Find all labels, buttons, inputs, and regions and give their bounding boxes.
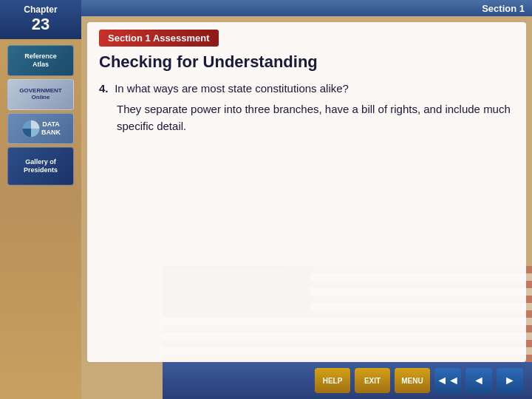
menu-button[interactable]: MENU — [395, 368, 430, 393]
sidebar-item-gallery-presidents[interactable]: Gallery of Presidents — [7, 147, 74, 185]
chapter-label: Chapter — [4, 4, 78, 15]
sidebar-nav: Reference Atlas GOVERNMENT Online DATA B… — [0, 45, 81, 185]
section-assessment-banner: Section 1 Assessment — [99, 30, 219, 47]
prev-button[interactable]: ◄ — [466, 368, 492, 393]
main-content: ★ ★ ★ ★ ★ ★ ★ ★ ★ ★ ★ ★ ★ ★ ★ ★ ★ ★ ★ ★ — [81, 0, 532, 399]
question-number: 4. — [99, 82, 109, 95]
page-title: Checking for Understanding — [99, 52, 514, 72]
chapter-box: Chapter 23 — [0, 0, 81, 39]
exit-button[interactable]: EXIT — [355, 368, 390, 393]
sidebar: Chapter 23 Reference Atlas GOVERNMENT On… — [0, 0, 81, 399]
help-button[interactable]: HELP — [315, 368, 350, 393]
sidebar-reference-label: Reference Atlas — [24, 52, 57, 69]
back-arrow-icon: ◄◄ — [436, 374, 460, 387]
pie-chart-icon — [21, 118, 41, 139]
sidebar-item-reference-atlas[interactable]: Reference Atlas — [7, 45, 74, 76]
chapter-number: 23 — [4, 15, 78, 34]
question-row: 4. In what ways are most state constitut… — [99, 82, 514, 95]
next-arrow-icon: ► — [504, 374, 516, 387]
sidebar-item-data-bank[interactable]: DATA BANK — [7, 113, 74, 144]
sidebar-databank-label: DATA BANK — [41, 120, 61, 137]
sidebar-item-government-online[interactable]: GOVERNMENT Online — [7, 79, 74, 110]
sidebar-government-label: GOVERNMENT Online — [19, 88, 61, 101]
question-text: In what ways are most state constitution… — [112, 82, 349, 95]
back-button[interactable]: ◄◄ — [434, 368, 461, 393]
bottom-toolbar: HELP EXIT MENU ◄◄ ◄ ► — [163, 362, 532, 399]
prev-arrow-icon: ◄ — [473, 374, 485, 387]
sidebar-gallery-label: Gallery of Presidents — [24, 158, 58, 174]
answer-text: They separate power into three branches,… — [117, 101, 514, 134]
content-card: Section 1 Assessment Checking for Unders… — [87, 22, 526, 362]
next-button[interactable]: ► — [497, 368, 523, 393]
